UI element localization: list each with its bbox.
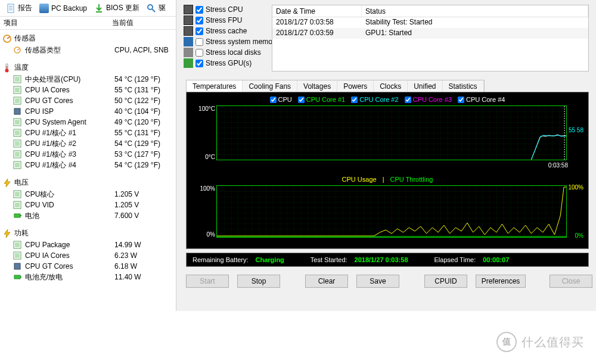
tree-row[interactable]: CPU核心 1.205 V [2, 189, 176, 200]
tab-statistics[interactable]: Statistics [443, 80, 484, 92]
tab-strip: Temperatures Cooling Fans Voltages Power… [186, 80, 485, 92]
battery-value: Charging [256, 256, 284, 263]
clear-button[interactable]: Clear [305, 275, 348, 288]
tree-row[interactable]: CPU #1/核心 #4 54 °C (129 °F) [2, 160, 176, 170]
tree-header-value[interactable]: 当前值 [112, 18, 134, 28]
svg-rect-36 [15, 242, 20, 247]
button-row: Start Stop Clear Save CPUID Preferences … [180, 273, 592, 290]
svg-rect-41 [20, 276, 21, 278]
stress-cache-checkbox[interactable] [195, 27, 203, 35]
log-header-datetime[interactable]: Date & Time [272, 5, 362, 17]
tab-clocks[interactable]: Clocks [374, 80, 408, 92]
svg-rect-20 [15, 120, 20, 125]
svg-rect-13 [15, 77, 20, 82]
close-button[interactable]: Close [550, 275, 592, 288]
legend-label: CPU Core #4 [466, 96, 505, 103]
legend-item[interactable]: CPU Core #4 [458, 96, 505, 103]
sensors-group-title[interactable]: 传感器 [2, 32, 176, 45]
svg-rect-3 [9, 10, 13, 10]
row-icon [13, 97, 23, 105]
svg-rect-15 [15, 88, 20, 92]
tree-row[interactable]: CPU #1/核心 #3 53 °C (127 °F) [2, 149, 176, 160]
stress-cpu-checkbox[interactable] [195, 6, 203, 14]
stress-cpu-label: Stress CPU [206, 5, 243, 14]
legend-item[interactable]: CPU Core #1 [298, 96, 345, 103]
report-button[interactable]: 报告 [4, 2, 35, 14]
legend-item[interactable]: CPU Core #2 [351, 96, 398, 103]
legend-checkbox[interactable] [458, 97, 464, 103]
log-header-status[interactable]: Status [362, 5, 588, 17]
tree-row[interactable]: CPU #1/核心 #2 54 °C (129 °F) [2, 138, 176, 149]
tree-row[interactable]: CPU GT Cores 50 °C (122 °F) [2, 95, 176, 106]
graph-area: CPU CPU Core #1 CPU Core #2 CPU Core #3 … [186, 92, 589, 249]
tree-row[interactable]: 电池 7.600 V [2, 210, 176, 221]
report-icon [6, 4, 15, 13]
row-icon [13, 118, 23, 126]
disk-icon [184, 48, 193, 57]
start-button[interactable]: Start [186, 275, 229, 288]
tree-row-value: 54 °C (129 °F) [114, 139, 160, 148]
tree-row-value: 49 °C (120 °F) [114, 118, 160, 126]
row-icon [13, 75, 23, 83]
legend-checkbox[interactable] [351, 97, 358, 103]
tree-row[interactable]: CPU System Agent 49 °C (120 °F) [2, 117, 176, 127]
legend-checkbox[interactable] [298, 97, 305, 103]
svg-rect-33 [14, 214, 20, 217]
volt-group-title[interactable]: 电压 [2, 176, 176, 189]
legend-item[interactable]: CPU Core #3 [405, 96, 452, 103]
stress-gpu-checkbox[interactable] [195, 60, 203, 67]
row-icon [13, 139, 23, 148]
save-button[interactable]: Save [356, 275, 399, 288]
pcbackup-icon [39, 4, 49, 13]
tree-row[interactable]: CPU IA Cores 55 °C (131 °F) [2, 85, 176, 95]
stress-mem-row: Stress system memory [184, 37, 278, 46]
graph1-ymin: 0°C [191, 154, 215, 160]
legend-item[interactable]: CPU [270, 96, 292, 103]
stress-fpu-checkbox[interactable] [195, 17, 203, 24]
stop-button[interactable]: Stop [237, 275, 280, 288]
tree-row-value: 14.99 W [114, 241, 141, 249]
temperature-graph: CPU CPU Core #1 CPU Core #2 CPU Core #3 … [190, 95, 585, 169]
driver-label: 驱 [159, 3, 166, 13]
tab-powers[interactable]: Powers [337, 80, 374, 92]
bios-update-button[interactable]: BIOS 更新 [92, 2, 142, 14]
stress-disk-row: Stress local disks [184, 48, 261, 57]
tree-row[interactable]: CPU Package 14.99 W [2, 239, 176, 250]
tab-voltages[interactable]: Voltages [297, 80, 337, 92]
row-icon [13, 161, 23, 169]
thermometer-icon [2, 63, 12, 73]
stress-mem-checkbox[interactable] [195, 38, 203, 46]
test-started-label: Test Started: [311, 256, 347, 263]
tree-row[interactable]: CPU VID 1.205 V [2, 200, 176, 210]
tree-row[interactable]: CPU IA Cores 6.23 W [2, 250, 176, 261]
tree-row[interactable]: 电池充/放电 11.40 W [2, 272, 176, 282]
sensors-icon [2, 34, 12, 43]
log-row[interactable]: 2018/1/27 0:03:58 Stability Test: Starte… [272, 17, 588, 28]
cpuid-button[interactable]: CPUID [424, 275, 467, 288]
tree-row[interactable]: CPU ISP 40 °C (104 °F) [2, 106, 176, 117]
tree-row[interactable]: CPU GT Cores 6.18 W [2, 261, 176, 272]
tree-header-item[interactable]: 项目 [2, 18, 112, 28]
log-row[interactable]: 2018/1/27 0:03:59 GPU1: Started [272, 28, 588, 39]
tab-cooling-fans[interactable]: Cooling Fans [243, 80, 297, 92]
download-icon [94, 4, 104, 13]
power-group-title[interactable]: 功耗 [2, 227, 176, 239]
tree-row[interactable]: 中央处理器(CPU) 54 °C (129 °F) [2, 74, 176, 85]
legend-checkbox[interactable] [405, 97, 411, 103]
tab-temperatures[interactable]: Temperatures [187, 80, 243, 92]
pcbackup-button[interactable]: PC Backup [37, 2, 89, 14]
graph1-sideval: 55 58 [569, 127, 583, 133]
temp-group-title[interactable]: 温度 [2, 61, 176, 74]
stress-disk-label: Stress local disks [206, 48, 261, 57]
legend-checkbox[interactable] [270, 97, 277, 103]
test-started-value: 2018/1/27 0:03:58 [355, 256, 408, 263]
stress-disk-checkbox[interactable] [195, 49, 203, 57]
row-icon [13, 129, 23, 137]
tree-row[interactable]: 传感器类型 CPU, ACPI, SNB [2, 45, 176, 55]
tree-row[interactable]: CPU #1/核心 #1 55 °C (131 °F) [2, 127, 176, 138]
tab-unified[interactable]: Unified [408, 80, 442, 92]
preferences-button[interactable]: Preferences [476, 275, 526, 288]
fpu-icon [184, 15, 193, 25]
legend-label: CPU [278, 96, 292, 103]
driver-button[interactable]: 驱 [144, 2, 168, 14]
